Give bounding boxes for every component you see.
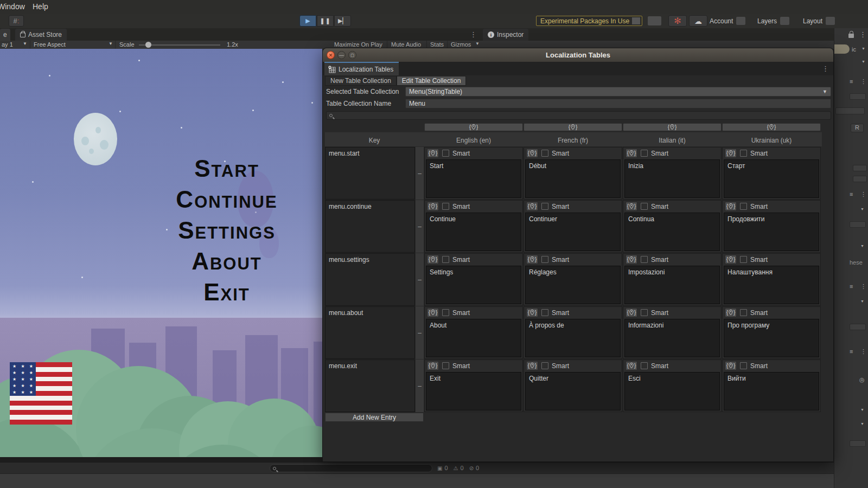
translation-text-area[interactable]: Informazioni bbox=[624, 319, 720, 357]
smart-checkbox[interactable] bbox=[641, 203, 648, 210]
game-menu-item-about[interactable]: About bbox=[130, 246, 322, 277]
translation-text-area[interactable]: À propos de bbox=[525, 319, 621, 357]
smart-checkbox[interactable] bbox=[442, 150, 449, 157]
dropdown-arrow-icon[interactable]: ▼ bbox=[860, 299, 864, 303]
aspect-dropdown[interactable]: Free Aspect bbox=[34, 41, 66, 48]
collab-icon[interactable]: ✻ bbox=[668, 15, 687, 27]
grid-snap-icon[interactable]: #: bbox=[9, 15, 24, 27]
kebab-icon[interactable]: ⋮ bbox=[860, 191, 866, 198]
menu-help[interactable]: Help bbox=[33, 2, 48, 11]
layout-dropdown[interactable]: Layout bbox=[803, 16, 835, 26]
pause-button[interactable]: ❚❚ bbox=[317, 15, 334, 27]
smart-checkbox[interactable] bbox=[740, 362, 747, 369]
game-menu-item-exit[interactable]: Exit bbox=[130, 277, 322, 307]
console-count-1[interactable]: ⚠0 bbox=[454, 465, 464, 471]
smart-checkbox[interactable] bbox=[740, 150, 747, 157]
window-titlebar[interactable]: ✕ — ▢ Localization Tables bbox=[323, 48, 833, 62]
dropdown-arrow-icon[interactable]: ▼ bbox=[861, 60, 865, 63]
tab-asset-store[interactable]: Asset Store bbox=[15, 29, 67, 41]
column-header-2[interactable]: French (fr) bbox=[524, 132, 622, 146]
smart-checkbox[interactable] bbox=[641, 309, 648, 316]
translation-text-area[interactable]: Вийти bbox=[724, 372, 819, 410]
gizmos-dropdown[interactable]: Gizmos bbox=[451, 41, 471, 48]
metadata-button[interactable]: {} bbox=[725, 308, 737, 317]
menu-window[interactable]: Window bbox=[0, 2, 25, 11]
gizmos-dropdown-arrow[interactable]: ▼ bbox=[475, 41, 480, 46]
column-header-button-3[interactable]: {} bbox=[722, 123, 821, 131]
window-kebab-icon[interactable]: ⋮ bbox=[822, 65, 829, 73]
metadata-button[interactable]: {} bbox=[526, 361, 538, 370]
translation-text-area[interactable]: Старт bbox=[724, 159, 819, 198]
field-sliver[interactable] bbox=[850, 93, 866, 100]
lock-icon[interactable] bbox=[848, 34, 854, 38]
smart-checkbox[interactable] bbox=[442, 309, 449, 316]
metadata-button[interactable]: {} bbox=[427, 308, 439, 317]
smart-checkbox[interactable] bbox=[641, 150, 648, 157]
badge-dropdown-box[interactable] bbox=[632, 17, 640, 24]
translation-text-area[interactable]: Continua bbox=[624, 213, 720, 251]
column-header-3[interactable]: Italian (it) bbox=[623, 132, 722, 146]
translation-text-area[interactable]: Début bbox=[525, 159, 621, 198]
column-header-key[interactable]: Key bbox=[325, 132, 424, 146]
metadata-button[interactable]: {} bbox=[626, 202, 637, 211]
layers-dropdown[interactable]: Layers bbox=[757, 16, 789, 26]
metadata-button[interactable]: {} bbox=[626, 255, 637, 264]
translation-text-area[interactable]: Start bbox=[426, 159, 521, 198]
preset-icon[interactable]: ≡ bbox=[850, 283, 853, 290]
remove-entry-button[interactable]: – bbox=[416, 306, 424, 359]
smart-checkbox[interactable] bbox=[541, 309, 548, 316]
key-cell[interactable]: menu.about bbox=[325, 306, 415, 359]
translation-text-area[interactable]: Налаштування bbox=[724, 266, 819, 304]
field-sliver[interactable] bbox=[835, 107, 865, 114]
translation-text-area[interactable]: About bbox=[426, 319, 521, 357]
preset-icon[interactable]: ≡ bbox=[850, 191, 853, 197]
key-cell[interactable]: menu.exit bbox=[325, 359, 415, 412]
display-dropdown[interactable]: ay 1 bbox=[2, 41, 13, 48]
metadata-button[interactable]: {} bbox=[526, 149, 538, 158]
key-cell[interactable]: menu.start bbox=[325, 147, 415, 200]
translation-text-area[interactable]: Про програму bbox=[724, 319, 819, 357]
metadata-button[interactable]: {} bbox=[626, 361, 637, 370]
table-search-input[interactable] bbox=[326, 111, 831, 120]
r-button[interactable]: R bbox=[851, 124, 864, 132]
translation-text-area[interactable]: Continuer bbox=[525, 213, 621, 251]
table-collection-name-input[interactable]: Menu bbox=[405, 99, 831, 108]
game-menu-item-start[interactable]: Start bbox=[130, 153, 322, 184]
metadata-button[interactable]: {} bbox=[427, 202, 439, 211]
field-sliver[interactable] bbox=[853, 176, 867, 182]
column-header-4[interactable]: Ukrainian (uk) bbox=[722, 132, 821, 146]
new-table-collection-button[interactable]: New Table Collection bbox=[325, 76, 397, 86]
metadata-button[interactable]: {} bbox=[427, 149, 439, 158]
translation-text-area[interactable]: Продовжити bbox=[724, 213, 819, 251]
kebab-icon[interactable]: ⋮ bbox=[860, 78, 866, 85]
column-header-button-2[interactable]: {} bbox=[623, 123, 722, 131]
translation-text-area[interactable]: Continue bbox=[426, 213, 521, 251]
field-sliver[interactable] bbox=[853, 165, 867, 171]
translation-text-area[interactable]: Quitter bbox=[525, 372, 621, 410]
dropdown-arrow-icon[interactable]: ▼ bbox=[860, 207, 864, 211]
remove-entry-button[interactable]: – bbox=[416, 253, 424, 306]
column-header-button-0[interactable]: {} bbox=[424, 123, 523, 131]
metadata-button[interactable]: {} bbox=[725, 361, 737, 370]
add-new-entry-button[interactable]: Add New Entry bbox=[325, 413, 424, 422]
kebab-icon[interactable]: ⋮ bbox=[860, 283, 866, 290]
metadata-button[interactable]: {} bbox=[725, 202, 737, 211]
metadata-button[interactable]: {} bbox=[725, 255, 737, 264]
dropdown-arrow-icon[interactable]: ▼ bbox=[860, 244, 864, 248]
maximize-on-play-toggle[interactable]: Maximize On Play bbox=[334, 41, 382, 48]
metadata-button[interactable]: {} bbox=[526, 255, 538, 264]
cloud-icon[interactable]: ☁ bbox=[689, 15, 707, 27]
metadata-button[interactable]: {} bbox=[626, 308, 637, 317]
selected-table-collection-dropdown[interactable]: Menu(StringTable) ▼ bbox=[405, 87, 831, 97]
step-button[interactable]: ▶▏ bbox=[334, 15, 351, 27]
column-header-1[interactable]: English (en) bbox=[424, 132, 523, 146]
metadata-button[interactable]: {} bbox=[626, 149, 637, 158]
stats-toggle[interactable]: Stats bbox=[430, 41, 444, 48]
field-sliver[interactable] bbox=[850, 221, 866, 228]
display-dropdown-arrow[interactable]: ▼ bbox=[23, 41, 27, 46]
preset-icon[interactable]: ≡ bbox=[850, 348, 853, 355]
console-count-0[interactable]: ▣0 bbox=[437, 465, 448, 471]
kebab-icon[interactable]: ⋮ bbox=[859, 30, 866, 38]
scale-slider-handle[interactable] bbox=[145, 42, 151, 48]
maximize-button[interactable]: ▢ bbox=[348, 51, 356, 59]
